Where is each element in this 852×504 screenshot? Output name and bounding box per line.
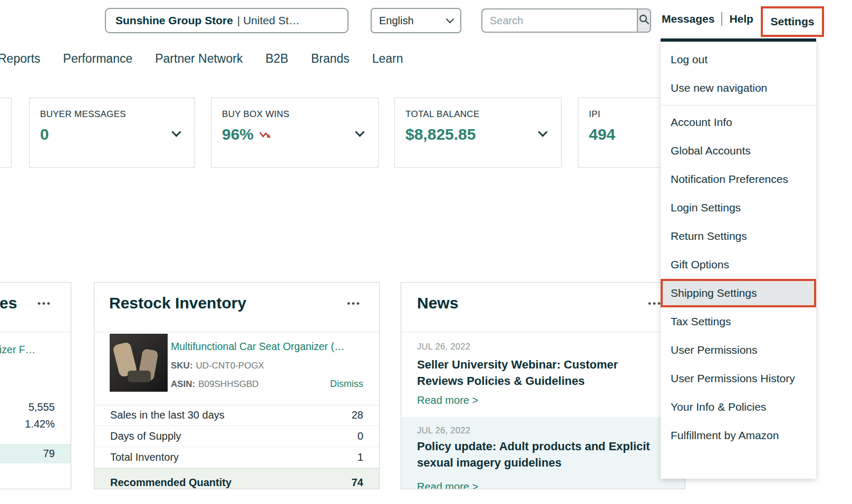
search-bar [481,8,651,33]
row-value: 28 [352,409,363,421]
kpi-value: 96% [222,125,273,143]
menu-item-user-permissions[interactable]: User Permissions [661,336,816,364]
row-value: 0 [357,430,363,442]
card-title: es [0,294,17,312]
kpi-label: BUYER MESSAGES [40,109,126,120]
menu-item-shipping-settings[interactable]: Shipping Settings [661,279,816,307]
search-input[interactable] [481,8,637,33]
nav-item-b2b[interactable]: B2B [265,52,288,66]
dismiss-link[interactable]: Dismiss [330,379,363,390]
divider [401,332,685,332]
restock-inventory-card: Restock Inventory ••• Multifunctional Ca… [94,282,380,489]
news-title: Seller University Webinar: Customer Revi… [417,356,657,389]
divider [0,332,71,332]
kpi-value: 494 [589,125,615,143]
product-image-shape [128,371,151,382]
divider [661,105,816,105]
nav-item-learn[interactable]: Learn [372,52,403,66]
kpi-card-partial [0,98,12,168]
read-more-link[interactable]: Read more > [417,481,478,489]
help-link[interactable]: Help [729,13,753,25]
row-value: 74 [352,477,363,489]
product-image [110,334,168,392]
news-title: Policy update: Adult products and Explic… [417,438,657,471]
sku-label: SKU: [171,361,193,371]
chevron-down-icon[interactable] [538,127,547,137]
menu-item-your-info-policies[interactable]: Your Info & Policies [661,393,816,421]
table-row: Days of Supply 0 [94,426,379,447]
partial-widget-card: es ••• izer F… 5,555 1.42% 79 [0,282,71,489]
main-nav: Reports Performance Partner Network B2B … [0,52,403,66]
asin-label: ASIN: [171,379,195,389]
product-sku: SKU:UD-CNT0-POGX [171,361,264,371]
ellipsis-menu-icon[interactable]: ••• [648,298,662,309]
menu-item-use-new-navigation[interactable]: Use new navigation [661,74,816,102]
kpi-card-buy-box-wins: BUY BOX WINS 96% [211,98,379,168]
kpi-card-buyer-messages: BUYER MESSAGES 0 [29,98,195,168]
card-title: Restock Inventory [109,294,246,312]
nav-item-brands[interactable]: Brands [311,52,350,66]
settings-link[interactable]: Settings [761,6,824,37]
divider [721,12,722,26]
chevron-down-icon[interactable] [355,127,364,137]
kpi-label: IPI [589,109,601,120]
recommended-quantity-row: Recommended Quantity 74 [94,468,379,489]
news-card: News ••• JUL 26, 2022 Seller University … [401,282,685,489]
news-date: JUL 26, 2022 [417,425,470,435]
divider [94,332,379,332]
kpi-value: 0 [40,125,49,143]
menu-item-fulfillment-by-amazon[interactable]: Fulfillment by Amazon [661,421,816,450]
kpi-value-text: 96% [222,125,254,143]
row-value: 1 [357,451,363,463]
news-item-highlighted: JUL 26, 2022 Policy update: Adult produc… [401,417,685,489]
ellipsis-menu-icon[interactable]: ••• [347,298,361,309]
settings-label: Settings [771,15,815,28]
metric-value: 1.42% [25,418,55,430]
search-button[interactable] [637,8,651,33]
kpi-value: $8,825.85 [405,125,476,143]
kpi-label: BUY BOX WINS [222,109,289,120]
language-select-wrap: English [371,8,461,33]
store-marketplace: | United St… [237,14,300,27]
menu-item-tax-settings[interactable]: Tax Settings [661,307,816,336]
metric-value: 5,555 [28,401,55,413]
news-date: JUL 26, 2022 [417,342,470,352]
nav-item-performance[interactable]: Performance [63,52,133,66]
asin-value: B09SHHSGBD [198,379,258,389]
messages-link[interactable]: Messages [662,13,714,25]
table-row: Total Inventory 1 [94,447,379,468]
menu-item-login-settings[interactable]: Login Settings [661,193,816,222]
menu-item-notification-preferences[interactable]: Notification Preferences [661,165,816,193]
store-name: Sunshine Group Store [115,14,233,27]
card-title: News [417,294,458,312]
highlighted-metric-row: 79 [0,444,71,463]
header-links: Messages Help [662,0,753,38]
seller-central-dashboard: Sunshine Group Store | United St… Englis… [0,0,852,504]
kpi-label: TOTAL BALANCE [405,109,480,120]
product-asin: ASIN:B09SHHSGBD [171,379,259,390]
kpi-card-total-balance: TOTAL BALANCE $8,825.85 [394,98,561,168]
settings-dropdown-menu: Log out Use new navigation Account Info … [661,38,816,479]
row-label: Total Inventory [110,451,179,463]
ellipsis-menu-icon[interactable]: ••• [37,298,52,309]
row-label: Recommended Quantity [110,477,231,489]
sku-value: UD-CNT0-POGX [196,361,264,371]
menu-item-account-info[interactable]: Account Info [661,108,816,137]
nav-item-reports[interactable]: Reports [0,52,41,66]
product-link[interactable]: izer F… [0,344,35,356]
read-more-link[interactable]: Read more > [417,394,478,406]
table-row: Sales in the last 30 days 28 [94,405,379,426]
language-select[interactable]: English [371,8,461,33]
store-selector[interactable]: Sunshine Group Store | United St… [105,8,348,33]
menu-item-gift-options[interactable]: Gift Options [661,250,816,279]
menu-item-log-out[interactable]: Log out [661,45,816,74]
menu-item-global-accounts[interactable]: Global Accounts [661,137,816,165]
product-link[interactable]: Multifunctional Car Seat Organizer (… [171,341,344,353]
row-label: Days of Supply [110,430,181,442]
menu-item-user-permissions-history[interactable]: User Permissions History [661,364,816,393]
search-icon [638,14,650,27]
trend-down-icon [259,125,273,143]
chevron-down-icon[interactable] [171,127,181,137]
menu-item-return-settings[interactable]: Return Settings [661,222,816,250]
nav-item-partner-network[interactable]: Partner Network [155,52,243,66]
